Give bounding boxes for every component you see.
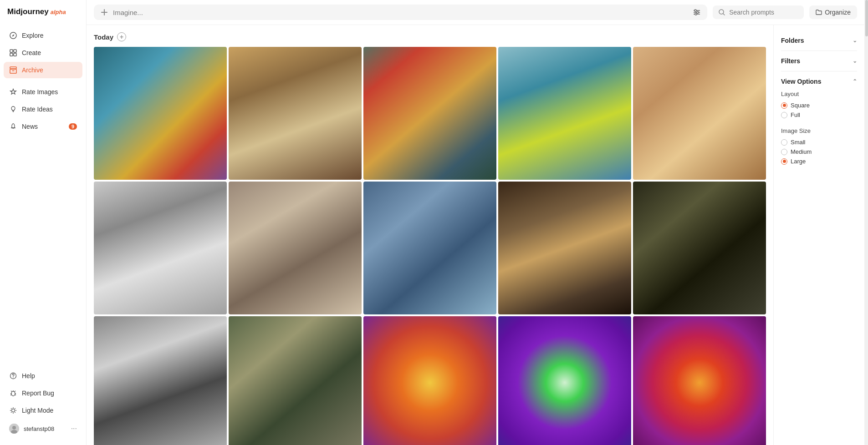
filters-title[interactable]: Filters ⌄ bbox=[781, 56, 857, 66]
folders-title[interactable]: Folders ⌄ bbox=[781, 35, 857, 46]
gallery-image-6[interactable] bbox=[94, 182, 227, 314]
sidebar-item-explore[interactable]: Explore bbox=[4, 27, 82, 44]
scroll-thumb bbox=[865, 0, 868, 36]
filter-button[interactable] bbox=[693, 8, 701, 16]
gallery-image-12[interactable] bbox=[229, 316, 362, 445]
gallery-image-11[interactable] bbox=[94, 316, 227, 445]
gallery-image-15[interactable] bbox=[633, 316, 766, 445]
size-small-option[interactable]: Small bbox=[781, 139, 857, 146]
svg-line-18 bbox=[11, 408, 11, 409]
gallery-area: Today + bbox=[87, 25, 773, 445]
filters-chevron-icon: ⌄ bbox=[853, 58, 857, 64]
size-medium-option[interactable]: Medium bbox=[781, 148, 857, 155]
layout-label: Layout bbox=[781, 91, 857, 97]
svg-line-20 bbox=[15, 408, 15, 409]
gallery-image-4[interactable] bbox=[498, 47, 631, 180]
svg-point-31 bbox=[697, 11, 699, 13]
sidebar-item-light-mode[interactable]: Light Mode bbox=[4, 402, 82, 419]
size-large-radio bbox=[781, 158, 787, 165]
sun-icon bbox=[9, 406, 17, 415]
sidebar-item-rate-images-label: Rate Images bbox=[22, 88, 58, 96]
sidebar-bottom: Help Report Bug bbox=[0, 364, 86, 445]
layout-full-option[interactable]: Full bbox=[781, 111, 857, 118]
scrollbar[interactable] bbox=[864, 0, 868, 445]
svg-line-34 bbox=[723, 14, 725, 15]
view-options-panel: Layout Square Full Image Size bbox=[781, 87, 857, 167]
organize-label: Organize bbox=[825, 9, 851, 16]
filters-section: Filters ⌄ bbox=[781, 51, 857, 71]
gallery-image-14[interactable] bbox=[498, 316, 631, 445]
sidebar-item-news[interactable]: News 9 bbox=[4, 118, 82, 135]
sidebar-nav: Explore Create Ar bbox=[0, 25, 86, 364]
svg-point-13 bbox=[12, 409, 15, 412]
folders-label: Folders bbox=[781, 37, 804, 44]
lightbulb-icon bbox=[9, 105, 17, 113]
svg-point-12 bbox=[11, 391, 15, 396]
search-bar bbox=[713, 5, 804, 19]
user-profile[interactable]: stefanstp08 ··· bbox=[4, 420, 82, 438]
logo-text: Midjourney bbox=[7, 7, 49, 16]
image-size-label: Image Size bbox=[781, 127, 857, 134]
layout-square-option[interactable]: Square bbox=[781, 102, 857, 109]
svg-point-30 bbox=[694, 10, 696, 11]
avatar bbox=[9, 424, 19, 434]
compass-icon bbox=[9, 31, 17, 40]
gallery-image-1[interactable] bbox=[94, 47, 227, 180]
svg-rect-4 bbox=[14, 53, 16, 56]
view-options-label: View Options bbox=[781, 78, 821, 85]
gallery-image-8[interactable] bbox=[363, 182, 496, 314]
content-area: Today + bbox=[87, 25, 864, 445]
help-icon bbox=[9, 372, 17, 380]
sidebar-item-news-label: News bbox=[22, 123, 38, 130]
sidebar-item-archive-label: Archive bbox=[22, 66, 43, 74]
logo-alpha: alpha bbox=[51, 9, 66, 15]
archive-icon bbox=[9, 66, 17, 74]
sidebar-item-archive[interactable]: Archive bbox=[4, 62, 82, 78]
topbar: Organize bbox=[87, 0, 864, 25]
size-large-option[interactable]: Large bbox=[781, 158, 857, 165]
size-medium-radio bbox=[781, 149, 787, 155]
bell-icon bbox=[9, 122, 17, 131]
sidebar-item-light-mode-label: Light Mode bbox=[22, 407, 53, 414]
layout-full-radio bbox=[781, 112, 787, 118]
filters-label: Filters bbox=[781, 57, 800, 65]
sidebar-item-rate-ideas-label: Rate Ideas bbox=[22, 106, 53, 113]
logo: Midjourney alpha bbox=[0, 0, 86, 25]
prompt-input[interactable] bbox=[113, 9, 688, 16]
layout-square-label: Square bbox=[791, 102, 810, 109]
gallery-image-3[interactable] bbox=[363, 47, 496, 180]
sidebar-item-report-bug-label: Report Bug bbox=[22, 389, 54, 397]
search-input[interactable] bbox=[729, 9, 793, 16]
sidebar-item-explore-label: Explore bbox=[22, 32, 43, 39]
main-area: Organize Today + bbox=[87, 0, 864, 445]
gallery-image-9[interactable] bbox=[498, 182, 631, 314]
user-menu-icon[interactable]: ··· bbox=[71, 425, 77, 433]
star-icon bbox=[9, 88, 17, 96]
organize-button[interactable]: Organize bbox=[809, 5, 857, 19]
svg-point-24 bbox=[11, 430, 17, 434]
sidebar-item-rate-ideas[interactable]: Rate Ideas bbox=[4, 101, 82, 117]
add-section-button[interactable]: + bbox=[117, 32, 126, 41]
gallery-image-13[interactable] bbox=[363, 316, 496, 445]
gallery-image-10[interactable] bbox=[633, 182, 766, 314]
layout-square-radio bbox=[781, 102, 787, 109]
svg-rect-1 bbox=[10, 50, 13, 52]
sidebar-item-rate-images[interactable]: Rate Images bbox=[4, 84, 82, 100]
svg-rect-5 bbox=[10, 67, 16, 69]
gallery-image-2[interactable] bbox=[229, 47, 362, 180]
gallery-image-7[interactable] bbox=[229, 182, 362, 314]
sidebar: Midjourney alpha Explore bbox=[0, 0, 87, 445]
svg-point-23 bbox=[12, 426, 16, 430]
view-options-title[interactable]: View Options ⌃ bbox=[781, 76, 857, 87]
gallery-image-5[interactable] bbox=[633, 47, 766, 180]
bug-icon bbox=[9, 389, 17, 397]
sidebar-item-help[interactable]: Help bbox=[4, 368, 82, 384]
view-options-section: View Options ⌃ Layout Square Full bbox=[781, 71, 857, 171]
add-prompt-button[interactable] bbox=[100, 8, 108, 16]
sidebar-item-create[interactable]: Create bbox=[4, 45, 82, 61]
news-badge: 9 bbox=[69, 123, 77, 130]
sidebar-item-help-label: Help bbox=[22, 372, 35, 379]
svg-line-19 bbox=[15, 412, 15, 413]
sidebar-item-report-bug[interactable]: Report Bug bbox=[4, 385, 82, 401]
svg-rect-2 bbox=[14, 50, 16, 52]
